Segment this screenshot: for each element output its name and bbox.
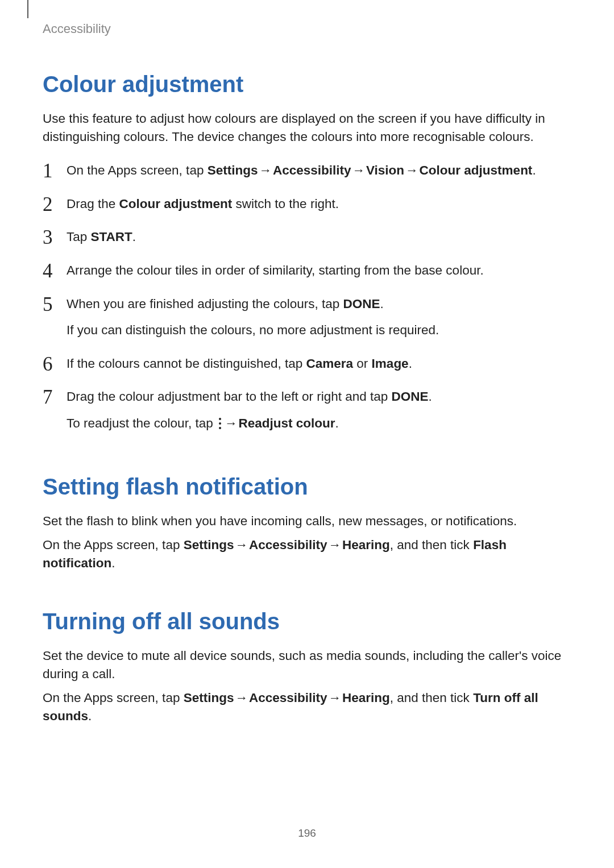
text: . [380,297,384,311]
step-text: Drag the [67,197,119,211]
page-content: Accessibility Colour adjustment Use this… [0,0,614,725]
step-5: When you are finished adjusting the colo… [43,295,571,340]
section-colour-adjustment: Colour adjustment Use this feature to ad… [43,72,571,433]
section-intro: Use this feature to adjust how colours a… [43,110,571,146]
section-paragraph: On the Apps screen, tap Settings → Acces… [43,536,571,572]
step-text: On the Apps screen, tap [67,163,208,177]
step-text: Arrange the colour tiles in order of sim… [67,263,484,277]
text: , and then tick [390,538,473,552]
section-flash-notification: Setting flash notification Set the flash… [43,474,571,572]
bold-image: Image [372,356,409,371]
bold-settings: Settings [184,538,234,552]
text: . [532,163,536,177]
bold-readjust-colour: Readjust colour [238,416,335,430]
arrow-icon: → [352,161,366,180]
text: . [111,556,115,570]
text: . [88,709,92,723]
arrow-icon: → [405,161,418,180]
step-7: Drag the colour adjustment bar to the le… [43,388,571,433]
text: . [429,389,432,404]
section-title: Colour adjustment [43,72,571,97]
breadcrumb: Accessibility [43,22,571,36]
bold-hearing: Hearing [342,691,390,705]
bold-done: DONE [392,389,429,404]
section-title: Setting flash notification [43,474,571,500]
bold-settings: Settings [184,691,234,705]
section-turn-off-sounds: Turning off all sounds Set the device to… [43,609,571,725]
bold-camera: Camera [306,356,354,371]
text: . [132,230,136,244]
text: To readjust the colour, tap [67,416,217,430]
step-6: If the colours cannot be distinguished, … [43,355,571,373]
arrow-icon: → [235,536,248,554]
page-tick-mark [27,0,28,18]
bold-colour-adjustment: Colour adjustment [420,163,533,177]
step-subline: If you can distinguish the colours, no m… [67,321,571,340]
step-text: Drag the colour adjustment bar to the le… [67,389,392,404]
step-3: Tap START. [43,228,571,247]
arrow-icon: → [235,689,248,707]
text: , and then tick [390,691,473,705]
bold-colour-adjustment: Colour adjustment [119,197,233,211]
bold-accessibility: Accessibility [273,163,351,177]
page-number: 196 [0,827,614,840]
text: On the Apps screen, tap [43,538,184,552]
section-paragraph: On the Apps screen, tap Settings → Acces… [43,689,571,725]
text: or [353,356,372,371]
arrow-icon: → [329,689,342,707]
step-2: Drag the Colour adjustment switch to the… [43,195,571,214]
text: . [409,356,412,371]
step-text: When you are finished adjusting the colo… [67,297,343,311]
step-4: Arrange the colour tiles in order of sim… [43,261,571,280]
text: switch to the right. [232,197,339,211]
bold-vision: Vision [366,163,404,177]
bold-accessibility: Accessibility [249,691,327,705]
bold-done: DONE [343,297,380,311]
bold-settings: Settings [208,163,258,177]
section-paragraph: Set the device to mute all device sounds… [43,647,571,683]
section-title: Turning off all sounds [43,609,571,634]
bold-hearing: Hearing [342,538,390,552]
bold-start: START [91,230,132,244]
step-text: Tap [67,230,91,244]
bold-accessibility: Accessibility [249,538,327,552]
arrow-icon: → [225,414,238,433]
steps-list: On the Apps screen, tap Settings → Acces… [43,161,571,433]
section-paragraph: Set the flash to blink when you have inc… [43,512,571,530]
step-1: On the Apps screen, tap Settings → Acces… [43,161,571,180]
arrow-icon: → [259,161,272,180]
step-subline: To readjust the colour, tap → Readjust c… [67,414,571,433]
text: On the Apps screen, tap [43,691,184,705]
more-options-icon [218,418,222,429]
text: . [335,416,338,430]
step-text: If the colours cannot be distinguished, … [67,356,306,371]
arrow-icon: → [329,536,342,554]
